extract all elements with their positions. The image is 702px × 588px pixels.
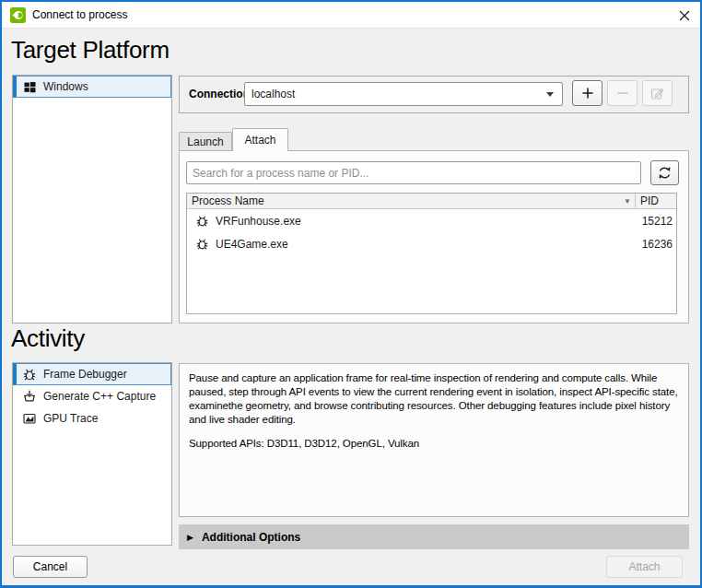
refresh-icon xyxy=(657,165,673,181)
additional-options-expander[interactable]: ▶ Additional Options xyxy=(179,524,689,549)
bug-icon xyxy=(22,367,37,382)
minus-icon xyxy=(615,86,630,100)
platform-item-label: Windows xyxy=(43,80,88,93)
process-search-input[interactable] xyxy=(186,161,641,184)
attach-tab-panel: Process Name ▼ PID xyxy=(179,150,689,323)
process-name: UE4Game.exe xyxy=(216,238,288,251)
process-name: VRFunhouse.exe xyxy=(216,215,301,228)
process-row-ue4game[interactable]: UE4Game.exe 16236 xyxy=(187,232,676,255)
sort-descending-icon: ▼ xyxy=(624,197,631,206)
capture-install-icon xyxy=(22,389,37,404)
remove-connection-button[interactable] xyxy=(607,80,638,106)
activity-item-generate-cpp-capture[interactable]: Generate C++ Capture xyxy=(13,385,171,407)
activity-item-frame-debugger[interactable]: Frame Debugger xyxy=(13,363,171,385)
bug-icon xyxy=(195,237,209,251)
activity-list: Frame Debugger Generate C++ Capture GP xyxy=(12,362,172,546)
connection-value: localhost xyxy=(245,88,546,100)
activity-description-panel: Pause and capture an application frame f… xyxy=(179,363,689,517)
column-header-process-name[interactable]: Process Name ▼ xyxy=(187,194,636,208)
expander-arrow-icon: ▶ xyxy=(187,533,193,542)
close-button[interactable] xyxy=(676,8,693,23)
activity-description: Pause and capture an application frame f… xyxy=(189,371,679,427)
process-pid: 15212 xyxy=(636,215,676,228)
chevron-down-icon xyxy=(546,92,554,97)
platform-item-windows[interactable]: Windows xyxy=(13,76,171,98)
supported-apis: Supported APIs: D3D11, D3D12, OpenGL, Vu… xyxy=(189,437,679,451)
activity-item-label: GPU Trace xyxy=(43,412,98,425)
close-icon xyxy=(679,10,690,21)
activity-item-label: Frame Debugger xyxy=(43,368,127,381)
connection-combobox[interactable]: localhost xyxy=(244,82,563,106)
tab-attach-label: Attach xyxy=(244,134,275,147)
column-header-pid[interactable]: PID xyxy=(636,194,676,207)
additional-options-label: Additional Options xyxy=(202,531,300,544)
nvidia-logo-icon xyxy=(10,7,26,23)
process-row-vrfunhouse[interactable]: VRFunhouse.exe 15212 xyxy=(187,209,676,232)
tab-attach[interactable]: Attach xyxy=(232,128,288,151)
window-title: Connect to process xyxy=(32,2,127,29)
activity-item-label: Generate C++ Capture xyxy=(43,390,156,403)
edit-pencil-icon xyxy=(649,86,665,101)
plus-icon xyxy=(580,86,595,100)
tab-launch[interactable]: Launch xyxy=(179,132,232,150)
process-table-header: Process Name ▼ PID xyxy=(187,194,676,209)
edit-connection-button[interactable] xyxy=(642,80,673,106)
pid-header-label: PID xyxy=(640,194,659,207)
titlebar: Connect to process xyxy=(2,2,700,29)
activity-item-gpu-trace[interactable]: GPU Trace xyxy=(13,407,171,429)
process-name-header-label: Process Name xyxy=(192,194,264,207)
process-pid: 16236 xyxy=(636,238,676,251)
target-platform-heading: Target Platform xyxy=(11,36,170,64)
trace-chart-icon xyxy=(22,411,37,426)
windows-icon xyxy=(22,79,37,94)
activity-heading: Activity xyxy=(11,324,85,352)
platform-list: Windows xyxy=(12,75,172,323)
refresh-button[interactable] xyxy=(650,160,679,185)
cancel-button[interactable]: Cancel xyxy=(13,556,88,578)
connect-to-process-window: Connect to process Target Platform Windo… xyxy=(0,0,702,588)
attach-button[interactable]: Attach xyxy=(606,556,683,578)
tab-launch-label: Launch xyxy=(187,135,223,148)
add-connection-button[interactable] xyxy=(572,80,603,106)
bug-icon xyxy=(195,214,209,228)
process-table: Process Name ▼ PID xyxy=(186,193,677,314)
connection-group: Connection: localhost xyxy=(179,76,689,113)
